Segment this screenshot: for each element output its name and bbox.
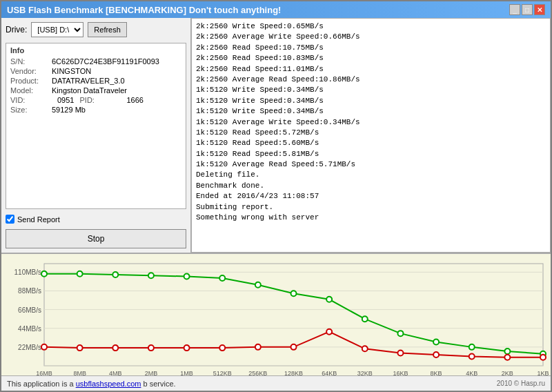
chart-dot (41, 271, 47, 277)
log-line: 1k:5120 Read Speed:5.72MB/s (196, 128, 546, 138)
log-line: 1k:5120 Write Speed:0.34MB/s (196, 85, 546, 95)
chart-area: 110MB/s88MB/s66MB/s44MB/s22MB/s16MB8MB4M… (1, 253, 551, 375)
log-line: Ended at 2016/4/23 11:08:57 (196, 191, 546, 202)
log-line: 2k:2560 Write Speed:0.65MB/s (196, 21, 546, 32)
x-axis-label: 16MB (36, 370, 52, 375)
vendor-value: KINGSTON (52, 67, 91, 75)
x-axis-label: 4MB (109, 370, 122, 375)
send-report-text: Send Report (17, 215, 60, 224)
chart-dot (362, 346, 368, 351)
x-axis-label: 1KB (537, 370, 549, 375)
vid-label: VID: (10, 96, 52, 104)
x-axis-label: 8KB (431, 370, 442, 375)
log-line: 1k:5120 Read Speed:5.60MB/s (196, 138, 546, 148)
chart-dot (184, 274, 190, 280)
log-line: Submiting report. (196, 202, 546, 213)
x-axis-label: 32KB (357, 370, 373, 375)
chart-dot (397, 351, 403, 356)
left-panel: Drive: [USB] D:\ Refresh Info S/N: 6C626… (1, 18, 191, 253)
log-line: Deleting file. (196, 170, 546, 180)
chart-dot (255, 282, 261, 288)
vendor-label: Vendor: (10, 67, 52, 75)
log-line: 1k:5120 Write Speed:0.34MB/s (196, 106, 546, 117)
sn-value: 6C626D7C24E3BF91191F0093 (52, 57, 159, 66)
log-line: 1k:5120 Average Read Speed:5.71MB/s (196, 159, 546, 170)
chart-dot (148, 345, 154, 351)
log-line: Something wrong with server (196, 213, 546, 223)
x-axis-label: 512KB (213, 370, 232, 375)
chart-dot (326, 297, 332, 302)
x-axis-label: 64KB (322, 370, 337, 375)
minimize-button[interactable]: _ (509, 4, 520, 15)
y-axis-label: 66MB/s (18, 306, 41, 314)
vid-pid-row: VID: 0951 PID: 1666 (10, 96, 181, 104)
y-axis-label: 110MB/s (14, 268, 41, 276)
footer-link[interactable]: usbflashspeed.com (76, 380, 141, 388)
chart-dot (469, 353, 475, 359)
log-line: 2k:2560 Read Speed:11.01MB/s (196, 64, 546, 75)
chart-dot (112, 272, 118, 277)
x-axis-label: 2MB (145, 370, 158, 375)
chart-dot (433, 352, 439, 357)
stop-button[interactable]: Stop (6, 229, 186, 248)
info-vendor-row: Vendor: KINGSTON (10, 67, 181, 75)
chart-dot (291, 291, 297, 296)
chart-dot (112, 345, 118, 351)
model-label: Model: (10, 86, 52, 95)
x-axis-label: 2KB (502, 370, 513, 375)
chart-dot (41, 344, 47, 350)
drive-label: Drive: (6, 25, 27, 35)
chart-dot (469, 344, 475, 350)
chart-dot (397, 331, 403, 336)
y-axis-label: 22MB/s (18, 344, 41, 351)
x-axis-label: 16KB (393, 370, 408, 375)
chart-dot (219, 275, 225, 281)
main-content: Drive: [USB] D:\ Refresh Info S/N: 6C626… (1, 18, 551, 253)
chart-dot (540, 355, 546, 360)
chart-dot (433, 339, 439, 344)
y-axis-label: 44MB/s (18, 325, 41, 333)
info-section: Info S/N: 6C626D7C24E3BF91191F0093 Vendo… (6, 43, 186, 209)
chart-dot (326, 329, 332, 335)
drive-row: Drive: [USB] D:\ Refresh (6, 22, 186, 37)
size-label: Size: (10, 106, 52, 114)
x-axis-label: 128KB (284, 370, 303, 375)
chart-dot (77, 345, 83, 351)
chart-dot (148, 273, 154, 278)
maximize-button[interactable]: □ (522, 4, 533, 15)
x-axis-label: 1MB (180, 370, 193, 375)
log-line: 1k:5120 Write Speed:0.34MB/s (196, 96, 546, 106)
product-label: Product: (10, 77, 52, 85)
x-axis-label: 256KB (248, 370, 267, 375)
vid-value: 0951 (57, 96, 74, 104)
send-report-row: Send Report (6, 212, 186, 226)
window-title: USB Flash Benchmark [BENCHMARKING] Don't… (7, 5, 281, 15)
log-line: Benchmark done. (196, 181, 546, 191)
info-model-row: Model: Kingston DataTraveler (10, 86, 181, 95)
send-report-label[interactable]: Send Report (6, 215, 60, 224)
close-button[interactable]: ✕ (534, 4, 545, 15)
pid-label: PID: (79, 96, 121, 104)
footer-text: This application is a usbflashspeed.com … (7, 380, 176, 388)
right-panel: 2k:2560 Write Speed:0.65MB/s2k:2560 Aver… (191, 18, 551, 253)
log-line: 2k:2560 Read Speed:10.83MB/s (196, 53, 546, 63)
product-value: DATATRAVELER_3.0 (52, 77, 125, 85)
footer-copyright: 2010 © Hasp.ru (497, 380, 545, 387)
log-area[interactable]: 2k:2560 Write Speed:0.65MB/s2k:2560 Aver… (191, 18, 551, 253)
y-axis-label: 88MB/s (18, 287, 41, 295)
send-report-checkbox[interactable] (6, 215, 14, 224)
log-line: 2k:2560 Average Read Speed:10.86MB/s (196, 75, 546, 85)
drive-select[interactable]: [USB] D:\ (31, 22, 83, 37)
chart-dot (77, 271, 83, 277)
x-axis-label: 4KB (466, 370, 477, 375)
title-bar-buttons: _ □ ✕ (509, 4, 545, 15)
refresh-button[interactable]: Refresh (88, 22, 127, 37)
log-line: 2k:2560 Read Speed:10.75MB/s (196, 43, 546, 53)
info-title: Info (10, 46, 181, 55)
chart-dot (504, 355, 510, 360)
chart-dot (184, 345, 190, 351)
info-product-row: Product: DATATRAVELER_3.0 (10, 77, 181, 85)
title-bar: USB Flash Benchmark [BENCHMARKING] Don't… (1, 1, 551, 18)
footer-before: This application is a (7, 380, 76, 388)
footer-after: b service. (141, 380, 175, 388)
